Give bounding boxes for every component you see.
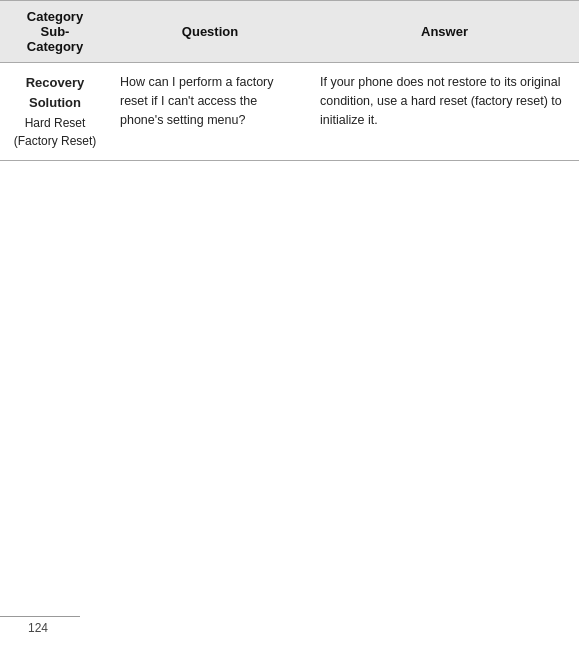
header-category-label: CategorySub-Category <box>27 9 83 54</box>
page-number: 124 <box>28 621 48 635</box>
header-category: CategorySub-Category <box>0 1 110 63</box>
header-answer: Answer <box>310 1 579 63</box>
faq-table: CategorySub-Category Question Answer Rec… <box>0 0 579 161</box>
faq-table-wrapper: CategorySub-Category Question Answer Rec… <box>0 0 579 161</box>
table-row: Recovery Solution Hard Reset (Factory Re… <box>0 63 579 161</box>
question-cell: How can I perform a factory reset if I c… <box>110 63 310 161</box>
page-number-divider <box>0 616 80 617</box>
answer-cell: If your phone does not restore to its or… <box>310 63 579 161</box>
page-container: CategorySub-Category Question Answer Rec… <box>0 0 579 653</box>
header-answer-label: Answer <box>421 24 468 39</box>
category-sub: Hard Reset (Factory Reset) <box>10 114 100 150</box>
category-cell: Recovery Solution Hard Reset (Factory Re… <box>0 63 110 161</box>
header-question-label: Question <box>182 24 238 39</box>
category-main: Recovery Solution <box>10 73 100 112</box>
table-header-row: CategorySub-Category Question Answer <box>0 1 579 63</box>
question-text: How can I perform a factory reset if I c… <box>120 75 274 127</box>
header-question: Question <box>110 1 310 63</box>
answer-text: If your phone does not restore to its or… <box>320 75 562 127</box>
